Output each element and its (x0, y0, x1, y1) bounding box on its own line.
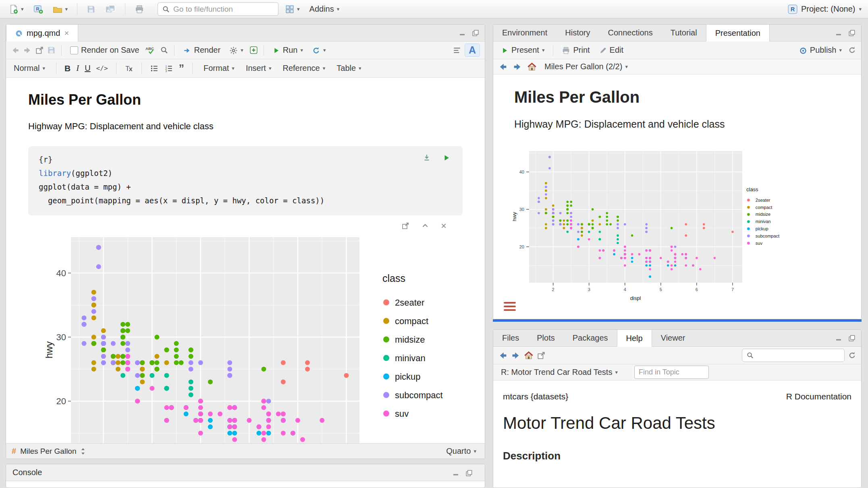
home-icon[interactable] (527, 62, 537, 72)
back-icon[interactable] (498, 351, 508, 360)
project-menu[interactable]: R Project: (None) ▾ (788, 4, 862, 14)
save-button[interactable] (84, 3, 98, 15)
publish-button[interactable]: Publish ▾ (796, 44, 845, 56)
run-button[interactable]: Run ▾ (270, 44, 306, 56)
tab-packages[interactable]: Packages (564, 330, 617, 346)
clear-output-icon[interactable]: × (441, 222, 446, 230)
outline-location[interactable]: Miles Per Gallon (20, 447, 76, 456)
run-chunks-above-icon[interactable] (422, 153, 431, 162)
insert-chunk-icon[interactable] (249, 46, 258, 54)
run-chunk-icon[interactable] (442, 153, 451, 162)
help-toolbar (493, 347, 861, 364)
save-icon[interactable] (47, 46, 56, 54)
outline-icon[interactable] (453, 46, 461, 55)
maximize-pane-icon[interactable] (472, 29, 479, 37)
maximize-pane-icon[interactable] (848, 29, 856, 37)
minimize-pane-icon[interactable] (453, 468, 459, 477)
console-title[interactable]: Console (12, 468, 42, 477)
search-icon[interactable] (160, 46, 168, 54)
home-icon[interactable] (524, 351, 534, 360)
maximize-pane-icon[interactable] (465, 468, 473, 477)
new-project-button[interactable]: R (31, 3, 46, 15)
minimize-pane-icon[interactable] (459, 29, 465, 37)
svg-text:subcompact: subcompact (395, 390, 443, 400)
workspace-panes-button[interactable]: ▾ (282, 3, 303, 15)
spellcheck-icon[interactable]: ABC (145, 46, 157, 55)
editor-tabbar: mpg.qmd × (6, 25, 485, 41)
back-icon[interactable] (11, 46, 20, 55)
svg-text:class: class (382, 273, 405, 284)
italic-button[interactable]: I (76, 63, 79, 73)
render-button[interactable]: Render (180, 44, 224, 56)
numbered-list-icon[interactable]: 123 (164, 64, 173, 73)
render-options-button[interactable]: ▾ (226, 44, 246, 56)
clear-format-icon[interactable]: T (125, 64, 133, 73)
insert-menu[interactable]: Insert▾ (243, 62, 274, 74)
close-icon[interactable]: × (64, 29, 69, 38)
table-menu[interactable]: Table▾ (334, 62, 364, 74)
find-in-topic-input[interactable] (634, 366, 709, 379)
render-on-save-checkbox[interactable]: Render on Save (67, 44, 142, 56)
pane-splitter[interactable] (493, 319, 862, 322)
format-menu[interactable]: Format▾ (201, 62, 237, 74)
refresh-icon[interactable] (848, 351, 856, 360)
print-button[interactable] (132, 3, 147, 15)
bullet-list-icon[interactable] (150, 64, 159, 73)
help-topic-menu[interactable]: R: Motor Trend Car Road Tests ▾ (498, 366, 621, 378)
document-title: Miles Per Gallon (28, 91, 463, 108)
code-icon[interactable]: </> (96, 64, 108, 72)
maximize-pane-icon[interactable] (848, 334, 856, 342)
tab-mpg-qmd[interactable]: mpg.qmd × (6, 25, 78, 41)
tab-files[interactable]: Files (493, 330, 528, 346)
popout-icon[interactable] (537, 351, 546, 360)
visual-editor-toggle-icon[interactable]: A (465, 43, 480, 57)
slide-navigation-menu[interactable]: Miles Per Gallon (2/2) ▾ (542, 61, 631, 72)
blockquote-icon[interactable]: ” (179, 65, 185, 72)
open-file-button[interactable]: ▾ (50, 3, 71, 15)
minimize-pane-icon[interactable] (835, 29, 842, 37)
goto-file-search[interactable] (158, 2, 278, 16)
goto-file-input[interactable] (173, 5, 274, 14)
tab-connections[interactable]: Connections (599, 25, 662, 41)
tab-environment[interactable]: Environment (493, 25, 556, 41)
output-popout-icon[interactable] (401, 222, 409, 230)
paragraph-style-menu[interactable]: Normal ▾ (11, 62, 48, 74)
underline-button[interactable]: U (85, 64, 90, 73)
slide-nav-label: Miles Per Gallon (2/2) (544, 62, 622, 71)
help-search-input[interactable] (757, 351, 840, 360)
slide-title: Miles Per Gallon (514, 88, 861, 106)
back-icon[interactable] (498, 62, 508, 72)
svg-text:midsize: midsize (395, 335, 425, 345)
tab-presentation[interactable]: Presentation (706, 25, 770, 41)
slide-menu-icon[interactable] (504, 302, 516, 311)
addins-menu[interactable]: Addins ▾ (307, 3, 343, 15)
help-search-box[interactable] (742, 349, 845, 362)
document-editor[interactable]: Miles Per Gallon Highway MPG: Displaceme… (6, 78, 485, 443)
tab-tutorial[interactable]: Tutorial (662, 25, 706, 41)
minimize-pane-icon[interactable] (835, 335, 842, 342)
tab-viewer[interactable]: Viewer (652, 330, 694, 346)
r-project-icon: R (788, 4, 797, 14)
code-chunk[interactable]: {r} library(ggplot2)ggplot(data = mpg) +… (28, 146, 463, 215)
forward-icon[interactable] (513, 62, 522, 72)
tab-plots[interactable]: Plots (528, 330, 563, 346)
caret-down-icon: ▾ (625, 64, 628, 69)
edit-button[interactable]: Edit (596, 44, 626, 56)
updown-icon[interactable] (81, 447, 85, 456)
popout-icon[interactable] (35, 46, 44, 55)
svg-text:5: 5 (660, 287, 662, 292)
collapse-output-icon[interactable] (422, 222, 429, 230)
bold-button[interactable]: B (64, 64, 71, 73)
rerun-button[interactable]: ▾ (309, 44, 329, 56)
present-button[interactable]: Present ▾ (498, 44, 547, 56)
tab-history[interactable]: History (556, 25, 599, 41)
new-file-button[interactable]: ▾ (6, 3, 27, 15)
editor-mode-menu[interactable]: Quarto ▾ (443, 445, 479, 457)
forward-icon[interactable] (511, 351, 521, 360)
print-button[interactable]: Print (559, 44, 592, 56)
tab-help[interactable]: Help (617, 330, 652, 347)
refresh-icon[interactable] (848, 46, 856, 54)
forward-icon[interactable] (23, 46, 32, 55)
save-all-button[interactable] (102, 3, 118, 15)
reference-menu[interactable]: Reference▾ (280, 62, 328, 74)
